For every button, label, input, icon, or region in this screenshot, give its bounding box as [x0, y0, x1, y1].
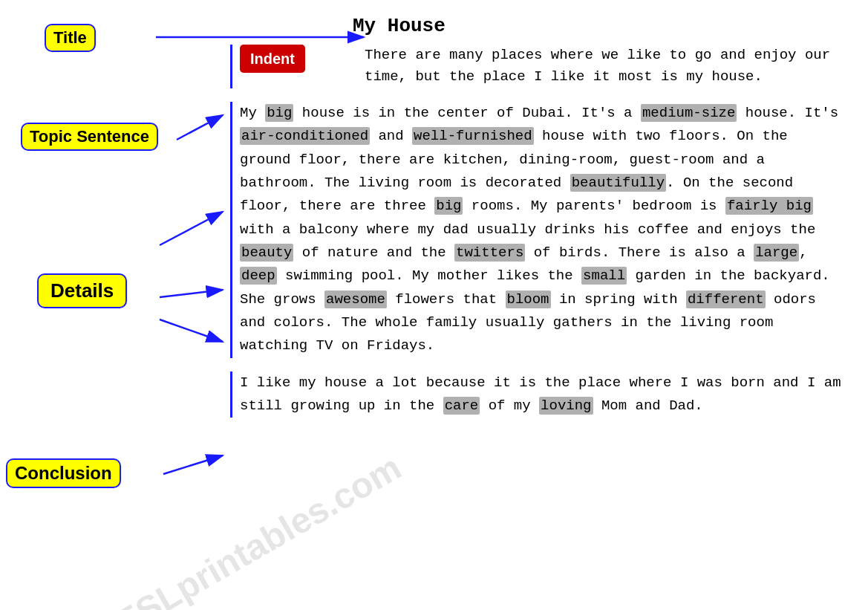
- watermark: ESLprintables.com: [108, 447, 408, 610]
- svg-line-2: [177, 115, 223, 140]
- title-text: My House: [353, 15, 846, 37]
- details-block: My big house is in the center of Dubai. …: [230, 102, 846, 358]
- svg-line-6: [163, 455, 223, 474]
- title-label: Title: [45, 24, 96, 52]
- topic-sentence-label: Topic Sentence: [21, 123, 158, 151]
- page: Title Topic Sentence Details Conclusion …: [0, 0, 868, 610]
- conclusion-label: Conclusion: [6, 458, 121, 488]
- details-label: Details: [37, 273, 127, 308]
- svg-line-5: [160, 319, 223, 342]
- content-area: My House Indent There are many places wh…: [230, 15, 846, 431]
- indent-label: Indent: [240, 45, 305, 73]
- intro-text: There are many places where we like to g…: [365, 45, 846, 88]
- conclusion-block: I like my house a lot because it is the …: [230, 371, 846, 418]
- svg-line-4: [160, 290, 223, 297]
- intro-block: Indent There are many places where we li…: [230, 45, 846, 88]
- svg-line-3: [160, 212, 223, 245]
